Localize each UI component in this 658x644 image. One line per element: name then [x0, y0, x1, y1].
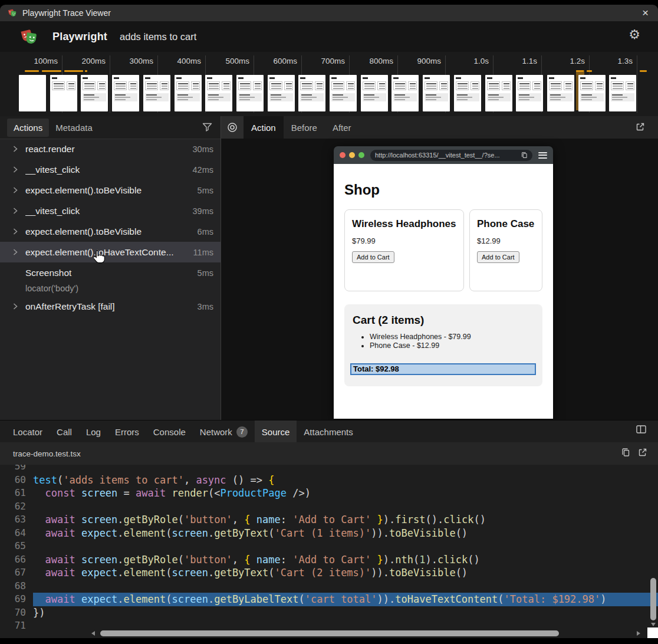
code-line: 59	[0, 465, 658, 474]
pick-locator-target-icon[interactable]	[221, 116, 244, 139]
split-view-icon[interactable]	[636, 425, 646, 436]
action-row[interactable]: __vitest_click42ms	[0, 159, 221, 180]
vscrollbar-down-arrow[interactable]	[651, 623, 656, 626]
tab-log[interactable]: Log	[79, 420, 108, 443]
action-row[interactable]: __vitest_click39ms	[0, 201, 221, 221]
tab-label: Locator	[13, 427, 42, 437]
timeline-frame-thumbnail[interactable]	[236, 75, 264, 111]
tab-before[interactable]: Before	[284, 116, 325, 139]
tab-call[interactable]: Call	[50, 420, 79, 443]
timeline-tick-label: 400ms	[160, 57, 201, 65]
timeline-frame-thumbnail[interactable]	[547, 75, 574, 111]
snapshot-page: Shop Wireless Headphones $79.99 Add to C…	[334, 164, 553, 419]
cart-heading: Cart (2 items)	[353, 314, 536, 327]
chevron-right-icon[interactable]	[13, 166, 19, 173]
timeline-tick-label: 1.1s	[496, 57, 537, 65]
action-row[interactable]: onAfterRetryTask [fail]3ms	[0, 296, 221, 317]
tab-after[interactable]: After	[325, 116, 359, 139]
timeline-frame-thumbnail[interactable]	[361, 75, 388, 111]
tab-errors[interactable]: Errors	[108, 420, 146, 443]
app-header: Playwright adds items to cart ⚙	[0, 21, 658, 52]
timeline-frame-thumbnail[interactable]	[423, 75, 450, 111]
hscrollbar-right-arrow[interactable]	[637, 631, 640, 636]
timeline-frame-thumbnail[interactable]	[268, 75, 295, 111]
copy-source-icon[interactable]	[621, 448, 630, 457]
line-number: 70	[0, 606, 26, 620]
add-to-cart-button[interactable]: Add to Cart	[477, 251, 519, 263]
tab-console[interactable]: Console	[146, 420, 193, 443]
action-row[interactable]: expect.element().toBeVisible6ms	[0, 221, 221, 242]
filter-funnel-icon[interactable]	[202, 123, 212, 134]
line-number: 67	[0, 566, 26, 580]
action-label: __vitest_click	[25, 165, 188, 175]
product-name: Phone Case	[477, 218, 535, 230]
code-line: 63 await screen.getByRole('button', { na…	[0, 513, 658, 527]
playwright-logo-icon	[20, 28, 38, 46]
timeline-frame-thumbnail[interactable]	[454, 75, 481, 111]
timeline-tick-label: 500ms	[208, 57, 249, 65]
timeline-tick-label: 1.2s	[544, 57, 585, 65]
timeline-frame-thumbnail[interactable]	[578, 75, 606, 111]
tab-action[interactable]: Action	[244, 116, 284, 139]
action-row[interactable]: expect.element().toBeVisible5ms	[0, 180, 221, 201]
timeline-frame-thumbnail[interactable]	[516, 75, 543, 111]
code-text: await expect.element(screen.getByText('C…	[33, 527, 658, 540]
code-text: await expect.element(screen.getByText('C…	[33, 566, 658, 580]
open-snapshot-external-icon[interactable]	[636, 122, 645, 134]
vertical-scrollbar-thumb[interactable]	[650, 578, 656, 620]
timeline-frame-thumbnail[interactable]	[609, 75, 636, 111]
timeline-activity-bar	[25, 70, 39, 72]
hscrollbar-left-arrow[interactable]	[91, 631, 95, 636]
details-panel: LocatorCallLogErrorsConsoleNetwork7Sourc…	[0, 420, 658, 638]
settings-gear-icon[interactable]: ⚙	[629, 27, 640, 42]
action-duration: 30ms	[193, 144, 213, 154]
timeline-frame-thumbnail[interactable]	[391, 75, 419, 111]
chevron-right-icon[interactable]	[13, 303, 19, 310]
action-label: __vitest_click	[25, 206, 188, 216]
add-to-cart-button[interactable]: Add to Cart	[352, 251, 394, 263]
chevron-right-icon[interactable]	[13, 187, 19, 193]
code-line: 68	[0, 580, 658, 593]
tab-source[interactable]: Source	[255, 420, 297, 443]
timeline-frame-thumbnail[interactable]	[330, 75, 357, 111]
window-titlebar: Playwright Trace Viewer ×	[0, 5, 658, 21]
action-row[interactable]: Screenshot5ms	[0, 262, 221, 283]
timeline-frame-thumbnail[interactable]	[485, 75, 512, 111]
open-source-external-icon[interactable]	[638, 448, 647, 457]
timeline-tick-label: 300ms	[112, 57, 153, 65]
chevron-right-icon[interactable]	[13, 146, 19, 152]
tab-attachments[interactable]: Attachments	[297, 420, 360, 443]
action-row-selected[interactable]: expect.element().toHaveTextConte...11ms	[0, 242, 221, 262]
tab-label: Attachments	[304, 427, 353, 437]
chevron-right-icon[interactable]	[13, 228, 19, 235]
tab-network[interactable]: Network7	[193, 420, 255, 443]
timeline-frame-thumbnail[interactable]	[175, 75, 202, 111]
product-card-phone-case: Phone Case $12.99 Add to Cart	[469, 209, 542, 291]
copy-url-icon[interactable]	[521, 152, 528, 159]
horizontal-scrollbar-thumb[interactable]	[100, 630, 559, 636]
timeline-frame-thumbnail[interactable]	[143, 75, 170, 111]
code-text: test('adds items to cart', async () => {	[33, 474, 658, 487]
code-text	[33, 619, 658, 629]
code-line: 64 await expect.element(screen.getByText…	[0, 527, 658, 540]
chevron-right-icon[interactable]	[13, 208, 19, 214]
tab-actions[interactable]: Actions	[7, 119, 49, 137]
browser-menu-icon[interactable]	[538, 152, 547, 159]
action-row[interactable]: react.render30ms	[0, 139, 221, 159]
timeline-frame-thumbnail[interactable]	[19, 75, 46, 111]
address-bar[interactable]: http://localhost:63315/__vitest_test__/?…	[370, 150, 532, 161]
timeline-frame-thumbnail[interactable]	[81, 75, 108, 111]
close-icon[interactable]: ×	[642, 6, 649, 19]
line-number: 64	[0, 527, 26, 540]
timeline-frame-thumbnail[interactable]	[112, 75, 139, 111]
shop-heading: Shop	[344, 182, 380, 198]
timeline-strip[interactable]: 100ms200ms300ms400ms500ms600ms700ms800ms…	[0, 52, 658, 116]
tab-locator[interactable]: Locator	[6, 420, 50, 443]
timeline-frame-thumbnail[interactable]	[298, 75, 325, 111]
action-label: onAfterRetryTask [fail]	[25, 301, 193, 312]
timeline-frame-thumbnail[interactable]	[205, 75, 232, 111]
line-number: 62	[0, 500, 26, 514]
chevron-right-icon[interactable]	[13, 249, 19, 255]
tab-metadata[interactable]: Metadata	[49, 119, 99, 137]
timeline-frame-thumbnail[interactable]	[50, 75, 77, 111]
